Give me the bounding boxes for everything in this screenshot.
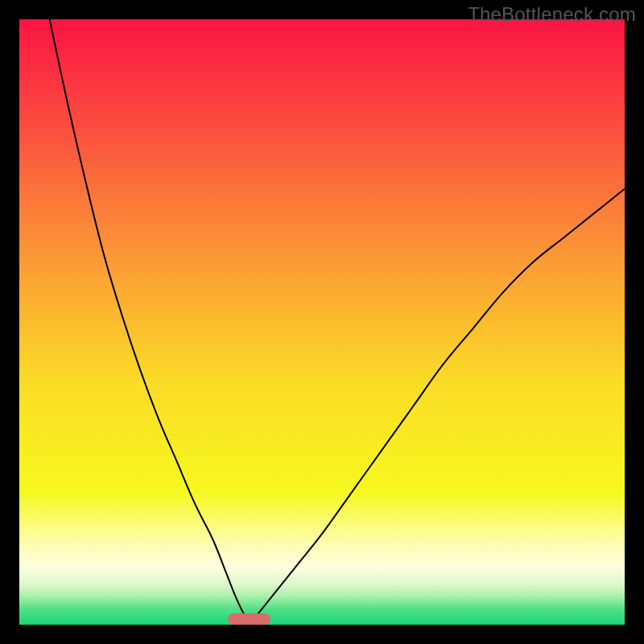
watermark-text: TheBottleneck.com: [468, 3, 636, 26]
optimal-point-marker: [228, 613, 270, 625]
plot-area: [19, 19, 625, 625]
bottleneck-chart: [19, 19, 625, 625]
chart-frame: TheBottleneck.com: [0, 0, 644, 644]
